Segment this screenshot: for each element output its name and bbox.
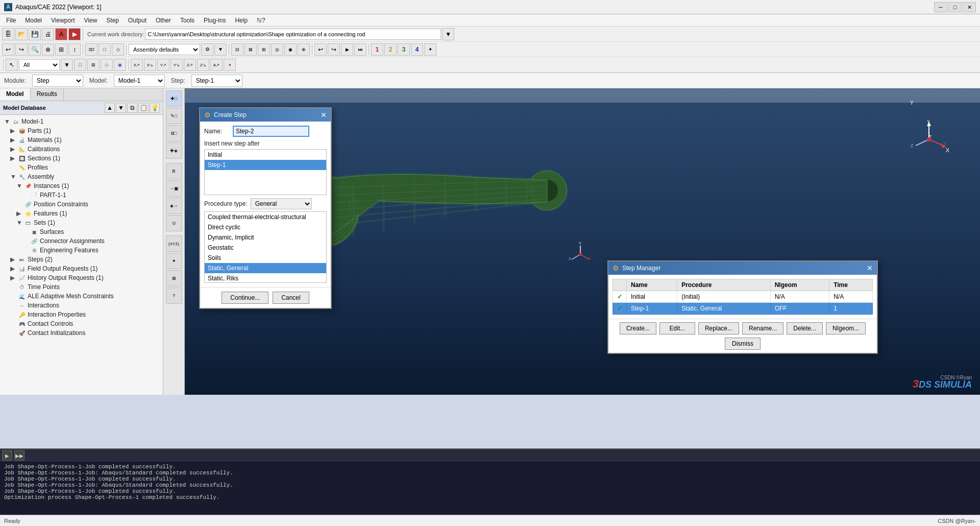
module-select[interactable]: Step — [32, 75, 83, 87]
tb-xyz5[interactable]: Z↗ — [184, 59, 196, 71]
step-select[interactable]: Step-1 — [191, 75, 242, 87]
expand-icon-histout[interactable]: ▶ — [10, 274, 16, 281]
tree-paste-btn[interactable]: 📋 — [138, 103, 149, 113]
tb-xyz4[interactable]: Y↘ — [170, 59, 183, 71]
menu-viewport[interactable]: Viewport — [47, 16, 79, 25]
tree-item-connassign[interactable]: 🔗Connector Assignments — [2, 236, 161, 246]
side-btn-delete[interactable]: ✚◈ — [166, 142, 182, 159]
tree-item-parts[interactable]: ▶📦Parts (1) — [2, 126, 161, 135]
tb-browse-btn[interactable]: ▼ — [442, 28, 454, 40]
menu-extra[interactable]: ℕ? — [253, 16, 270, 25]
side-btn-predefined[interactable]: ◈→ — [166, 198, 182, 214]
tree-item-intprops[interactable]: 🔑Interaction Properties — [2, 310, 161, 319]
sm-edit-btn[interactable]: Edit... — [659, 322, 695, 334]
tb-mesh1[interactable]: ⊟ — [231, 43, 243, 56]
tb-xyz2[interactable]: X↘ — [144, 59, 156, 71]
tb-abaqus2-icon[interactable]: ▶ — [68, 28, 81, 40]
side-btn-datum[interactable]: ✦ — [166, 253, 182, 269]
expand-icon-sections[interactable]: ▶ — [10, 155, 16, 162]
expand-icon-parts[interactable]: ▶ — [10, 127, 16, 134]
cs-step-1[interactable]: Step-1 — [205, 160, 326, 170]
tb-fitview[interactable]: ⊞ — [55, 43, 67, 56]
tb-undo[interactable]: ↩ — [2, 43, 14, 56]
tree-item-assembly[interactable]: ▼🔧Assembly — [2, 172, 161, 181]
tb-mesh2[interactable]: ⊠ — [244, 43, 257, 56]
menu-other[interactable]: Other — [152, 16, 175, 25]
cs-proc-select[interactable]: General Linear Perturbation — [251, 198, 312, 209]
side-btn-edit[interactable]: ✎□ — [166, 108, 182, 124]
minimize-button[interactable]: ─ — [934, 2, 947, 12]
tree-copy-btn[interactable]: ⧉ — [127, 103, 137, 113]
sm-delete-btn[interactable]: Delete... — [787, 322, 823, 334]
cmd-expand2-btn[interactable]: ▶▶ — [14, 450, 24, 461]
tree-item-sets[interactable]: ▼🗃Sets (1) — [2, 218, 161, 227]
tree-item-calibrations[interactable]: ▶📐Calibrations — [2, 145, 161, 154]
sm-dismiss-btn[interactable]: Dismiss — [725, 338, 761, 350]
tree-item-timepoints[interactable]: ⏱Time Points — [2, 282, 161, 292]
expand-icon-steps[interactable]: ▶ — [10, 256, 16, 263]
sm-row-1[interactable]: ✓ Step-1 Static, General OFF 1 — [613, 303, 873, 315]
tab-results[interactable]: Results — [31, 88, 64, 101]
assembly-defaults-select[interactable]: Assembly defaults — [129, 44, 200, 55]
cs-proc-4[interactable]: Soils — [205, 253, 326, 263]
tree-item-fieldout[interactable]: ▶📊Field Output Requests (1) — [2, 264, 161, 273]
tree-item-sections[interactable]: ▶🔲Sections (1) — [2, 154, 161, 163]
side-btn-copy[interactable]: ⧉□ — [166, 125, 182, 141]
side-btn-inter[interactable]: ⊙ — [166, 215, 182, 231]
tree-down-btn[interactable]: ▼ — [116, 103, 126, 113]
tb-num4[interactable]: 4 — [411, 43, 423, 56]
cs-name-input[interactable] — [233, 126, 309, 137]
tb-star[interactable]: ✦ — [424, 43, 436, 56]
cs-proc-1[interactable]: Direct cyclic — [205, 222, 326, 232]
tb-xyz3[interactable]: Y↗ — [157, 59, 169, 71]
step-manager-close[interactable]: ✕ — [867, 264, 873, 272]
menu-output[interactable]: Output — [124, 16, 151, 25]
tree-item-part1[interactable]: 📄PART-1-1 — [2, 190, 161, 200]
tb-num3[interactable]: 3 — [398, 43, 410, 56]
expand-icon-materials[interactable]: ▶ — [10, 136, 16, 144]
cs-proc-2[interactable]: Dynamic, Implicit — [205, 232, 326, 243]
tree-item-aleadapt[interactable]: 🌊ALE Adaptive Mesh Constraints — [2, 292, 161, 301]
expand-icon-assembly[interactable]: ▼ — [10, 173, 16, 180]
menu-view[interactable]: View — [80, 16, 102, 25]
cs-proc-6[interactable]: Static, Riks — [205, 273, 326, 283]
tb-undo2[interactable]: ↩ — [314, 43, 327, 56]
tb-zoom2[interactable]: ⊕ — [42, 43, 54, 56]
tb-sel1[interactable]: □ — [74, 59, 86, 71]
tree-item-interactions[interactable]: ↔Interactions — [2, 301, 161, 310]
tb-step2[interactable]: ⏭ — [354, 43, 366, 56]
expand-icon-fieldout[interactable]: ▶ — [10, 265, 16, 272]
tb-sel4[interactable]: ◉ — [114, 59, 126, 71]
tb-ad-icon[interactable]: ⚙ — [201, 43, 213, 56]
menu-plugins[interactable]: Plug-ins — [200, 16, 230, 25]
tree-item-posconst[interactable]: 🔗Position Constraints — [2, 200, 161, 209]
tb-rot-more[interactable]: ✦ — [224, 59, 236, 71]
side-btn-query[interactable]: ? — [166, 288, 182, 304]
tree-item-model1[interactable]: ▼🗂Model-1 — [2, 117, 161, 126]
tb-step1[interactable]: ▶ — [341, 43, 353, 56]
tb-xyz6[interactable]: Z↘ — [197, 59, 209, 71]
cs-proc-0[interactable]: Coupled thermal-electrical-structural — [205, 212, 326, 222]
menu-file[interactable]: File — [2, 16, 20, 25]
tb-abaqus-icon[interactable]: A — [55, 28, 67, 40]
tb-open-btn[interactable]: 📂 — [15, 28, 28, 40]
sm-nigeom-btn[interactable]: NIgeom... — [826, 322, 866, 334]
tb-zoom[interactable]: 🔍 — [29, 43, 41, 56]
tab-model[interactable]: Model — [0, 88, 31, 101]
tb-sel3[interactable]: ◎ — [101, 59, 113, 71]
tb-redo2[interactable]: ↪ — [328, 43, 340, 56]
tb-cursor[interactable]: ↖ — [6, 59, 18, 71]
side-btn-create[interactable]: ✚□ — [166, 90, 182, 107]
tb-mesh3[interactable]: ⊞ — [258, 43, 270, 56]
title-bar-controls[interactable]: ─ □ ✕ — [934, 2, 976, 12]
filter-select[interactable]: All — [19, 59, 60, 70]
close-button[interactable]: ✕ — [963, 2, 976, 12]
tb-3d3[interactable]: ◇ — [112, 43, 124, 56]
tree-item-steps[interactable]: ▶⏭Steps (2) — [2, 255, 161, 264]
tree-item-instances[interactable]: ▼📌Instances (1) — [2, 181, 161, 190]
tb-sel2[interactable]: ⊞ — [87, 59, 100, 71]
menu-model[interactable]: Model — [21, 16, 46, 25]
tree-up-btn[interactable]: ▲ — [105, 103, 115, 113]
tree-item-contcontrols[interactable]: 🎮Contact Controls — [2, 319, 161, 328]
tb-xyz1[interactable]: X↗ — [131, 59, 143, 71]
